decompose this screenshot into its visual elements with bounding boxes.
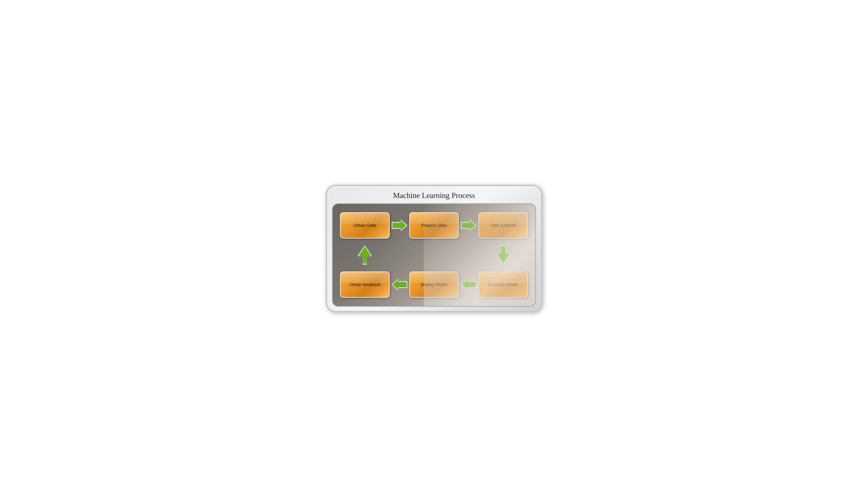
prepare-data-label: Prepare Data [421, 223, 447, 228]
deploy-model-label: Deploy Model [421, 282, 447, 287]
diagram-container: Machine Learning Process Obtain Data Pre… [326, 185, 542, 312]
arrow-right-2 [459, 219, 478, 231]
train-model-label: Train a Model [490, 223, 516, 228]
obtain-feedback-box: Obtain feedback [340, 271, 390, 298]
arrow-left-1 [390, 279, 409, 290]
svg-marker-5 [358, 246, 371, 264]
evaluate-model-box: Evaluate Model [478, 271, 528, 298]
arrow-down [478, 245, 528, 265]
obtain-feedback-label: Obtain feedback [349, 282, 381, 287]
obtain-data-box: Obtain Data [340, 212, 390, 239]
svg-marker-7 [497, 246, 510, 264]
arrow-left-2 [459, 279, 478, 290]
obtain-data-label: Obtain Data [353, 223, 376, 228]
process-diagram: Obtain Data Prepare Data [332, 203, 536, 307]
train-model-box: Train a Model [478, 212, 528, 239]
arrow-up [340, 245, 390, 265]
evaluate-model-label: Evaluate Model [488, 282, 518, 287]
arrow-right-1 [390, 219, 409, 231]
prepare-data-box: Prepare Data [409, 212, 459, 239]
diagram-title: Machine Learning Process [332, 191, 536, 200]
deploy-model-box: Deploy Model [409, 271, 459, 298]
